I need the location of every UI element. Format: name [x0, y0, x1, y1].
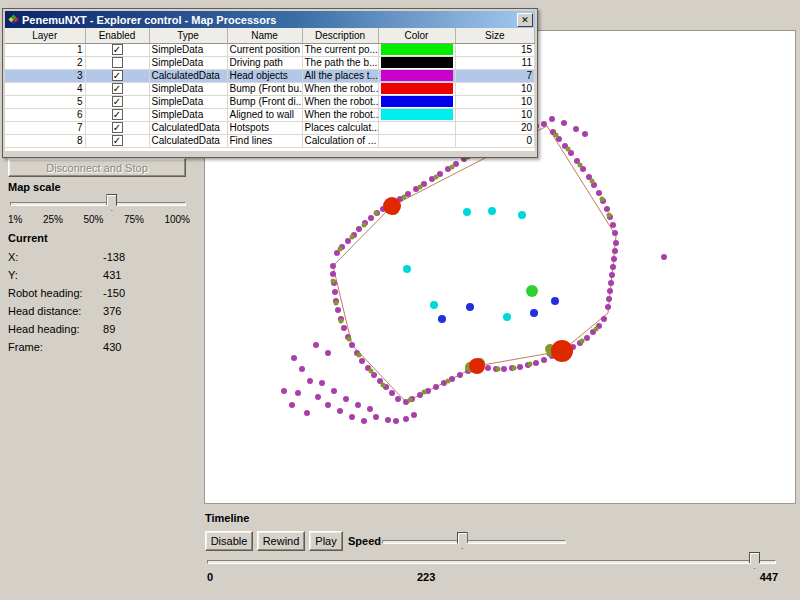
speed-slider[interactable]	[380, 532, 568, 550]
dialog-titlebar[interactable]: PenemuNXT - Explorer control - Map Proce…	[5, 11, 535, 28]
enabled-checkbox[interactable]	[112, 57, 123, 68]
close-button[interactable]: ✕	[517, 13, 533, 27]
color-swatch[interactable]	[381, 135, 453, 146]
enabled-cell: ✓	[85, 108, 149, 121]
enabled-checkbox[interactable]: ✓	[112, 109, 123, 120]
enabled-cell: ✓	[85, 121, 149, 134]
name-cell: Bump (Front bu...	[227, 82, 302, 95]
scale-tick-1: 1%	[8, 214, 22, 225]
column-header-name[interactable]: Name	[227, 28, 302, 43]
enabled-checkbox[interactable]: ✓	[112, 96, 123, 107]
size-cell: 11	[455, 56, 535, 69]
column-header-size[interactable]: Size	[455, 28, 535, 43]
timeline-slider-thumb[interactable]	[749, 552, 760, 569]
table-row[interactable]: 6 ✓ SimpleData Aligned to wall When the …	[5, 108, 535, 121]
enabled-checkbox[interactable]: ✓	[112, 83, 123, 94]
timeline-slider-track[interactable]	[207, 560, 776, 564]
enabled-cell: ✓	[85, 43, 149, 56]
app-icon	[8, 14, 18, 24]
table-header-row: Layer Enabled Type Name Description Colo…	[5, 28, 535, 43]
rewind-button[interactable]: Rewind	[257, 531, 305, 551]
stat-row-x: X: -138	[8, 250, 198, 268]
disconnect-stop-button[interactable]: Disconnect and Stop	[8, 158, 186, 177]
table-row[interactable]: 3 ✓ CalculatedData Head objects All the …	[5, 69, 535, 82]
stat-row-robot-heading: Robot heading: -150	[8, 286, 198, 304]
stat-label: Head heading:	[8, 322, 100, 337]
speed-slider-thumb[interactable]	[457, 532, 468, 549]
enabled-checkbox[interactable]: ✓	[112, 70, 123, 81]
disable-button[interactable]: Disable	[205, 531, 253, 551]
stat-label: Frame:	[8, 340, 100, 355]
color-swatch[interactable]	[381, 109, 453, 120]
enabled-cell: ✓	[85, 95, 149, 108]
color-swatch[interactable]	[381, 122, 453, 133]
timeline-slider[interactable]	[205, 552, 778, 570]
size-cell: 20	[455, 121, 535, 134]
map-scale-tick-labels: 1% 25% 50% 75% 100%	[8, 214, 190, 225]
description-cell: When the robot...	[302, 95, 378, 108]
column-header-description[interactable]: Description	[302, 28, 378, 43]
map-scale-slider[interactable]	[8, 194, 188, 212]
description-cell: All the places t...	[302, 69, 378, 82]
enabled-checkbox[interactable]: ✓	[112, 44, 123, 55]
scale-tick-100: 100%	[164, 214, 190, 225]
type-cell: CalculatedData	[149, 134, 227, 147]
play-button[interactable]: Play	[309, 531, 343, 551]
table-row[interactable]: 5 ✓ SimpleData Bump (Front di... When th…	[5, 95, 535, 108]
timeline-tick-end: 447	[760, 571, 778, 583]
stat-value: 89	[103, 322, 115, 337]
stat-value: -150	[103, 286, 125, 301]
enabled-checkbox[interactable]: ✓	[112, 135, 123, 146]
close-icon: ✕	[521, 15, 529, 25]
name-cell: Hotspots	[227, 121, 302, 134]
name-cell: Find lines	[227, 134, 302, 147]
map-scale-slider-track[interactable]	[10, 202, 186, 206]
enabled-cell: ✓	[85, 69, 149, 82]
description-cell: The current po...	[302, 43, 378, 56]
layer-cell: 5	[5, 95, 85, 108]
description-cell: When the robot...	[302, 108, 378, 121]
layer-cell: 3	[5, 69, 85, 82]
color-cell	[378, 134, 455, 147]
column-header-type[interactable]: Type	[149, 28, 227, 43]
stat-label: X:	[8, 250, 100, 265]
table-row[interactable]: 1 ✓ SimpleData Current position The curr…	[5, 43, 535, 56]
dialog-body: Layer Enabled Type Name Description Colo…	[5, 28, 535, 151]
scale-tick-75: 75%	[124, 214, 144, 225]
table-row[interactable]: 2 SimpleData Driving path The path the b…	[5, 56, 535, 69]
name-cell: Current position	[227, 43, 302, 56]
name-cell: Aligned to wall	[227, 108, 302, 121]
layer-cell: 4	[5, 82, 85, 95]
timeline-tick-labels: 0 223 447	[205, 571, 778, 585]
enabled-cell: ✓	[85, 82, 149, 95]
layer-cell: 8	[5, 134, 85, 147]
color-swatch[interactable]	[381, 57, 453, 68]
color-swatch[interactable]	[381, 44, 453, 55]
table-row[interactable]: 4 ✓ SimpleData Bump (Front bu... When th…	[5, 82, 535, 95]
table-row[interactable]: 8 ✓ CalculatedData Find lines Calculatio…	[5, 134, 535, 147]
column-header-enabled[interactable]: Enabled	[85, 28, 149, 43]
description-cell: Places calculat...	[302, 121, 378, 134]
layers-table: Layer Enabled Type Name Description Colo…	[5, 28, 535, 148]
enabled-checkbox[interactable]: ✓	[112, 122, 123, 133]
speed-slider-track[interactable]	[382, 540, 566, 544]
enabled-cell	[85, 56, 149, 69]
table-row[interactable]: 7 ✓ CalculatedData Hotspots Places calcu…	[5, 121, 535, 134]
size-cell: 0	[455, 134, 535, 147]
stat-value: -138	[103, 250, 125, 265]
color-swatch[interactable]	[381, 70, 453, 81]
stat-row-frame: Frame: 430	[8, 340, 198, 358]
map-scale-slider-thumb[interactable]	[106, 194, 117, 211]
column-header-layer[interactable]: Layer	[5, 28, 85, 43]
scale-tick-50: 50%	[83, 214, 103, 225]
column-header-color[interactable]: Color	[378, 28, 455, 43]
type-cell: CalculatedData	[149, 121, 227, 134]
color-swatch[interactable]	[381, 83, 453, 94]
name-cell: Driving path	[227, 56, 302, 69]
stat-row-y: Y: 431	[8, 268, 198, 286]
color-swatch[interactable]	[381, 96, 453, 107]
type-cell: SimpleData	[149, 43, 227, 56]
stat-value: 430	[103, 340, 121, 355]
color-cell	[378, 43, 455, 56]
size-cell: 10	[455, 82, 535, 95]
